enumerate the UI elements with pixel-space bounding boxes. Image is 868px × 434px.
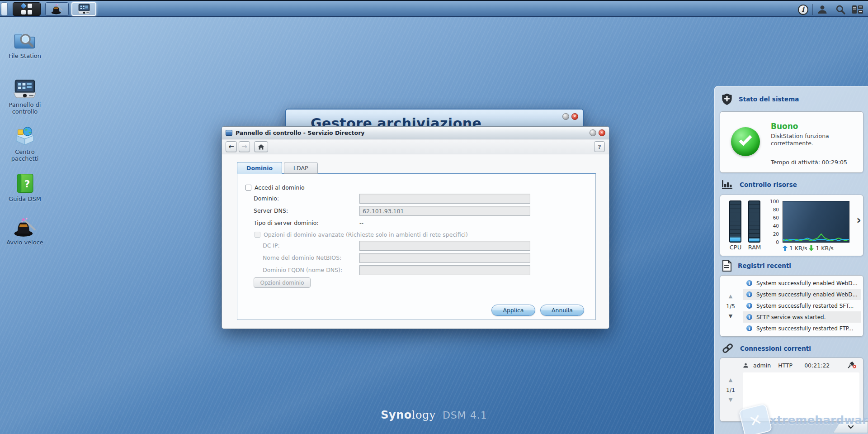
tab-bar: Dominio LDAP <box>237 162 318 174</box>
fqdn-input <box>359 265 530 275</box>
control-panel-mini-icon <box>226 130 232 136</box>
fqdn-label: Dominio FQDN (nome DNS): <box>263 265 342 275</box>
widget-title: Stato del sistema <box>739 95 799 103</box>
directory-service-dialog: Pannello di controllo - Servizio Directo… <box>222 126 609 329</box>
page-down-button[interactable]: ▼ <box>729 397 732 402</box>
info-icon: i <box>746 291 752 297</box>
cancel-button[interactable]: Annulla <box>540 305 584 316</box>
download-arrow-icon <box>809 245 814 251</box>
close-button[interactable]: ✕ <box>571 113 578 120</box>
dialog-toolbar: ← → ? <box>222 139 609 154</box>
package-center-icon <box>2 123 48 147</box>
control-panel-taskbar-button[interactable] <box>71 2 96 16</box>
dcip-input <box>359 241 530 251</box>
system-status-card: Buono DiskStation funziona correttamente… <box>720 111 863 173</box>
close-button[interactable]: ✕ <box>599 129 605 136</box>
show-desktop-button[interactable] <box>1 2 8 16</box>
dns-server-input <box>359 206 530 216</box>
desktop-icon-file-station[interactable]: File Station <box>2 27 48 59</box>
page-up-button[interactable]: ▲ <box>729 294 732 299</box>
desktop-icon-quick-start[interactable]: Avvio veloce <box>2 214 48 246</box>
page-indicator: 1/5 <box>726 303 735 310</box>
status-good-icon <box>731 127 760 156</box>
upload-arrow-icon <box>783 245 788 251</box>
dns-server-label: Server DNS: <box>254 206 288 216</box>
quick-launch-button[interactable] <box>45 2 69 16</box>
home-icon <box>258 144 264 150</box>
back-button[interactable]: ← <box>226 141 237 152</box>
minimize-button[interactable] <box>590 129 596 136</box>
domain-input <box>359 194 530 204</box>
widget-title: Controllo risorse <box>740 181 797 188</box>
dialog-titlebar[interactable]: Pannello di controllo - Servizio Directo… <box>222 127 609 139</box>
brand-light: logy <box>412 409 436 421</box>
disconnect-icon[interactable] <box>848 362 857 369</box>
control-panel-icon <box>77 4 91 14</box>
desktop-icon-dsm-help[interactable]: ? Guida DSM <box>2 170 48 202</box>
search-button[interactable] <box>834 3 847 16</box>
log-row: iSystem successfully enabled WebD... <box>743 277 861 289</box>
main-menu-button[interactable] <box>13 2 41 16</box>
help-button[interactable]: ? <box>594 141 605 152</box>
svg-text:?: ? <box>24 178 30 190</box>
chain-link-icon <box>722 342 734 354</box>
log-row: iSFTP service was started. <box>743 311 861 323</box>
file-station-icon <box>2 27 48 51</box>
connections-card: ▲ 1/1 ▼ admin HTTP 00:21:22 <box>720 358 863 422</box>
shield-icon <box>722 93 732 105</box>
tab-ldap[interactable]: LDAP <box>284 162 317 174</box>
desktop-icon-label: Centro pacchetti <box>2 148 48 162</box>
widget-title: Registri recenti <box>738 262 791 269</box>
desktop-icon-control-panel[interactable]: Pannello di controllo <box>2 76 48 115</box>
join-domain-label: Accedi al dominio <box>255 184 305 191</box>
connection-protocol: HTTP <box>778 362 793 369</box>
widget-title: Connessioni correnti <box>740 345 811 352</box>
checkbox-icon[interactable] <box>245 185 251 191</box>
resource-monitor-header: Controllo risorse <box>722 179 797 190</box>
desktop-icon-label: Avvio veloce <box>2 239 48 246</box>
search-icon <box>835 4 846 15</box>
join-domain-checkbox-row[interactable]: Accedi al dominio <box>245 184 305 191</box>
forward-button: → <box>239 141 250 152</box>
domain-type-label: Tipo di server dominio: <box>254 218 319 228</box>
info-button[interactable]: i <box>796 3 810 16</box>
dialog-title: Pannello di controllo - Servizio Directo… <box>236 129 364 136</box>
apply-button[interactable]: Applica <box>491 305 535 316</box>
connection-row: admin HTTP 00:21:22 <box>743 362 861 369</box>
page-down-button[interactable]: ▼ <box>729 314 732 319</box>
recent-logs-card: ▲ 1/5 ▼ iSystem successfully enabled Web… <box>720 275 863 337</box>
tab-dominio[interactable]: Dominio <box>237 162 282 174</box>
domain-type-value: -- <box>359 218 363 228</box>
connections-header: Connessioni correnti <box>722 342 811 354</box>
desktop-icon-package-center[interactable]: Centro pacchetti <box>2 123 48 162</box>
connection-user: admin <box>753 362 771 369</box>
info-icon: i <box>746 314 752 320</box>
log-list: iSystem successfully enabled WebD... iSy… <box>743 277 861 334</box>
user-icon <box>743 362 749 368</box>
page-indicator: 1/1 <box>726 386 735 393</box>
resource-monitor-card: CPU RAM 100 80 60 40 20 0 1 KB/s 1 KB/s … <box>720 195 863 256</box>
advanced-options-label: Opzioni di dominio avanzate (Richieste s… <box>264 231 468 238</box>
dcip-label: DC IP: <box>263 241 280 251</box>
minimize-button[interactable] <box>562 113 569 120</box>
magic-hat-icon <box>2 214 48 237</box>
status-text: Buono <box>771 122 798 131</box>
taskbar: i <box>0 0 868 17</box>
taskbar-divider <box>812 4 813 15</box>
user-menu-button[interactable] <box>816 3 829 16</box>
log-document-icon <box>722 260 731 272</box>
home-button[interactable] <box>254 141 268 152</box>
page-up-button[interactable]: ▲ <box>729 377 732 382</box>
dsm-help-icon: ? <box>2 170 48 194</box>
brand-bold: Syno <box>381 409 412 421</box>
traffic-chart-axis: 100 80 60 40 20 0 <box>764 199 781 244</box>
log-row: iSystem successfully restarted SFT... <box>743 300 861 311</box>
expand-resource-monitor-button[interactable]: › <box>856 214 861 226</box>
pilot-view-button[interactable] <box>851 3 864 16</box>
dialog-content: Dominio LDAP Accedi al dominio Dominio: … <box>222 154 609 329</box>
domain-form-panel: Accedi al dominio Dominio: Server DNS: T… <box>237 173 596 320</box>
info-icon: i <box>746 280 752 286</box>
cpu-label: CPU <box>726 244 745 251</box>
logs-pager: ▲ 1/5 ▼ <box>720 276 741 336</box>
system-status-header: Stato del sistema <box>722 93 799 105</box>
